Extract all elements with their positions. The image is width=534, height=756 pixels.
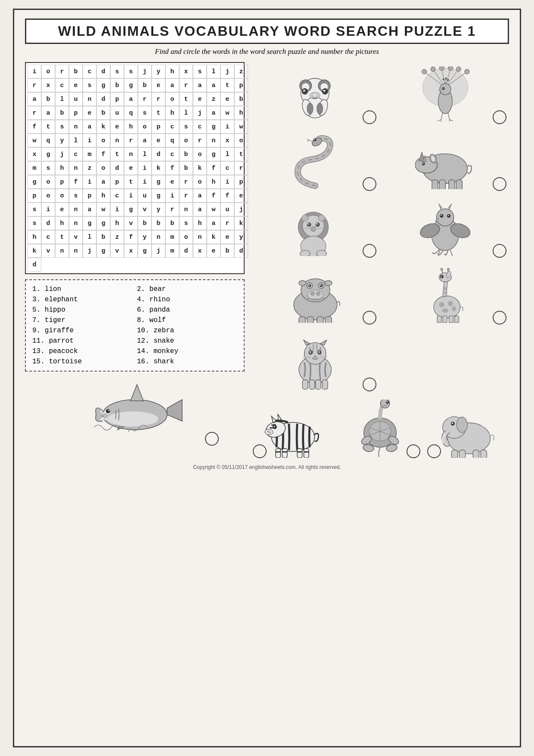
grid-cell: o — [193, 147, 207, 161]
grid-cell: t — [220, 78, 234, 92]
svg-point-139 — [310, 351, 311, 353]
grid-cell: u — [110, 106, 124, 120]
svg-line-50 — [449, 120, 453, 121]
grid-cell: a — [207, 78, 220, 92]
grid-cell: h — [96, 189, 110, 203]
svg-point-14 — [322, 88, 328, 94]
copyright-text: Copyright © 05/11/2017 englishwsheets.co… — [25, 464, 509, 470]
svg-point-187 — [457, 417, 468, 433]
grid-cell: s — [124, 65, 138, 78]
right-column — [251, 62, 509, 460]
svg-rect-188 — [452, 450, 458, 458]
page-subtitle: Find and circle the words in the word se… — [25, 47, 509, 56]
wolf-number-circle — [493, 244, 506, 258]
grid-cell: a — [138, 134, 152, 147]
svg-point-120 — [440, 268, 443, 271]
svg-point-136 — [304, 343, 326, 364]
grid-cell: c — [220, 161, 234, 175]
grid-cell: z — [83, 161, 96, 175]
grid-cell: s — [28, 203, 41, 216]
svg-point-113 — [442, 309, 448, 313]
grid-cell: f — [69, 175, 83, 189]
grid-cell: s — [55, 120, 69, 134]
grid-cell: j — [138, 65, 152, 78]
word-list-item: 14. monkey — [137, 347, 237, 356]
svg-rect-65 — [449, 180, 455, 189]
grid-cell: g — [138, 244, 152, 258]
grid-cell: p — [110, 175, 124, 189]
grid-cell: b — [96, 230, 110, 244]
grid-cell: t — [110, 147, 124, 161]
word-list-item: 2. bear — [137, 284, 237, 294]
grid-cell: z — [110, 230, 124, 244]
svg-rect-109 — [325, 317, 332, 323]
elephant-animal — [438, 400, 496, 458]
grid-cell: n — [69, 161, 83, 175]
grid-cell: g — [124, 203, 138, 216]
grid-cell: c — [193, 120, 207, 134]
svg-point-122 — [447, 268, 450, 271]
svg-point-32 — [439, 66, 444, 71]
grid-cell: l — [138, 147, 152, 161]
svg-point-16 — [323, 90, 325, 91]
word-list: 1. lion2. bear3. elephant4. rhino5. hipp… — [25, 279, 245, 372]
grid-cell: f — [124, 230, 138, 244]
grid-cell: t — [234, 147, 248, 161]
grid-cell: v — [41, 244, 55, 258]
grid-cell: i — [41, 203, 55, 216]
grid-cell: p — [28, 189, 41, 203]
grid-cell: q — [124, 106, 138, 120]
grid-cell: e — [124, 161, 138, 175]
grid-cell: n — [110, 134, 124, 147]
svg-point-75 — [301, 215, 308, 221]
grid-cell: v — [69, 230, 83, 244]
grid-cell: d — [179, 244, 193, 258]
panda-animal — [291, 66, 339, 122]
grid-cell: p — [110, 92, 124, 106]
svg-rect-132 — [443, 322, 447, 323]
tiger-animal-box — [251, 329, 379, 394]
snake-animal — [291, 133, 340, 189]
grid-cell: e — [193, 92, 207, 106]
elephant-number-circle — [427, 444, 441, 458]
grid-cell: h — [207, 175, 220, 189]
svg-rect-107 — [307, 317, 314, 323]
grid-cell: c — [110, 189, 124, 203]
elephant-box — [425, 397, 509, 460]
grid-cell: r — [138, 92, 152, 106]
grid-cell: r — [28, 78, 41, 92]
grid-cell: a — [165, 78, 179, 92]
svg-rect-189 — [459, 450, 466, 458]
tortoise-box — [338, 397, 422, 460]
grid-cell: b — [152, 216, 165, 230]
svg-marker-2 — [130, 384, 143, 401]
grid-cell: e — [220, 230, 234, 244]
svg-line-161 — [271, 425, 276, 425]
grid-cell: j — [234, 203, 248, 216]
grid-cell: i — [165, 189, 179, 203]
grid-cell: w — [207, 203, 220, 216]
grid-cell: v — [110, 244, 124, 258]
peacock-animal — [417, 66, 473, 122]
word-list-item: 10. zebra — [137, 326, 237, 335]
svg-rect-127 — [437, 316, 441, 323]
svg-point-81 — [300, 250, 310, 256]
grid-cell: n — [152, 230, 165, 244]
grid-cell: e — [165, 175, 179, 189]
word-list-item: 9. giraffe — [32, 326, 133, 335]
svg-point-125 — [439, 278, 442, 280]
grid-cell: p — [55, 175, 69, 189]
tiger-number-circle — [363, 378, 376, 391]
svg-point-103 — [320, 285, 321, 286]
grid-cell: a — [83, 120, 96, 134]
grid-cell: a — [207, 216, 220, 230]
word-list-item: 6. panda — [137, 305, 237, 315]
svg-point-155 — [267, 431, 269, 432]
grid-cell: f — [28, 120, 41, 134]
grid-cell: n — [55, 244, 69, 258]
svg-point-140 — [318, 351, 320, 353]
svg-rect-133 — [449, 322, 453, 323]
grid-cell: r — [193, 134, 207, 147]
grid-cell: a — [193, 189, 207, 203]
grid-cell: f — [96, 147, 110, 161]
